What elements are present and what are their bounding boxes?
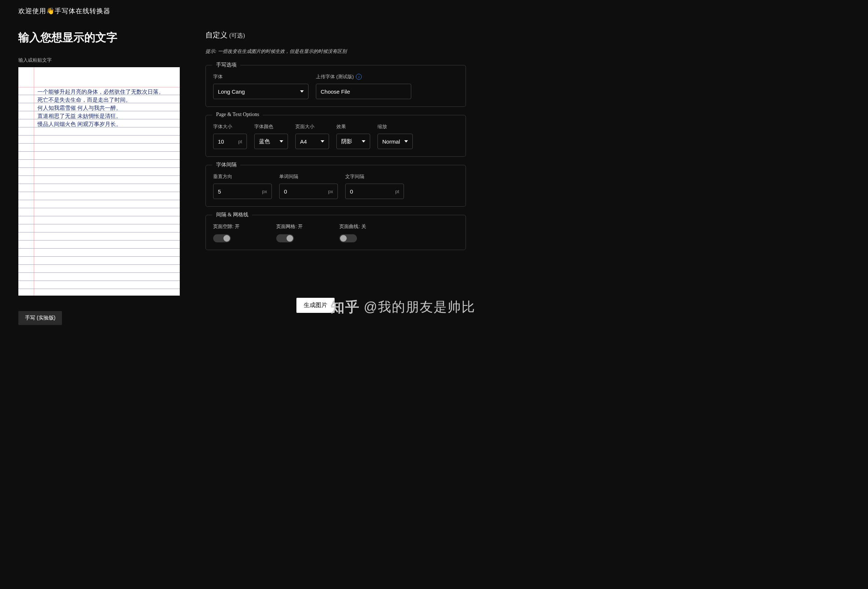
font-label: 字体: [213, 74, 309, 80]
zoom-select[interactable]: Normal: [378, 134, 413, 149]
chevron-down-icon: [404, 140, 408, 142]
word-spacing-label: 单词间隔: [279, 173, 338, 180]
grid-toggle-label: 页面网格: 开: [276, 223, 303, 230]
curve-toggle-label: 页面曲线: 关: [340, 223, 366, 230]
pagesize-select[interactable]: A4: [295, 134, 329, 149]
fieldset-legend: 手写选项: [213, 62, 240, 68]
effect-label: 效果: [337, 123, 370, 130]
char-spacing-input[interactable]: 0 pt: [345, 184, 404, 199]
page-text-options-fieldset: Page & Text Options 字体大小 10 pt 字体颜色 蓝色: [205, 115, 466, 157]
fontsize-label: 字体大小: [213, 123, 247, 130]
curve-toggle[interactable]: [340, 234, 357, 242]
chevron-down-icon: [279, 140, 283, 142]
info-icon[interactable]: i: [356, 74, 362, 80]
fontcolor-label: 字体颜色: [254, 123, 288, 130]
grid-fieldset: 间隔 & 网格线 页面空隙: 开 页面网格: 开 页面曲线: 关: [205, 215, 466, 250]
vertical-spacing-label: 垂直方向: [213, 173, 272, 180]
fontsize-input[interactable]: 10 pt: [213, 134, 247, 149]
margin-toggle-label: 页面空隙: 开: [213, 223, 239, 230]
input-section-title: 输入您想显示的文字: [18, 30, 187, 45]
customize-title: 自定义 (可选): [205, 30, 466, 40]
chevron-down-icon: [362, 140, 365, 142]
vertical-spacing-input[interactable]: 5 px: [213, 184, 272, 199]
handwrite-options-fieldset: 手写选项 字体 Long Cang 上传字体 (测试版) i Choose Fi…: [205, 65, 466, 107]
preview-text: 一个能够升起月亮的身体，必然驮住了无数次日落。 死亡不是失去生命，而是走出了时间…: [37, 88, 176, 128]
handwrite-button[interactable]: 手写 (实验版): [18, 311, 62, 325]
word-spacing-input[interactable]: 0 px: [279, 184, 338, 199]
font-select[interactable]: Long Cang: [213, 84, 309, 99]
fieldset-legend: 字体间隔: [213, 161, 240, 168]
choose-file-button[interactable]: Choose File: [316, 84, 411, 99]
char-spacing-label: 文字间隔: [345, 173, 404, 180]
grid-toggle[interactable]: [276, 234, 294, 242]
fieldset-legend: 间隔 & 网格线: [213, 212, 252, 218]
generate-image-button[interactable]: 生成图片: [297, 298, 335, 313]
fontcolor-select[interactable]: 蓝色: [254, 134, 288, 149]
preview-paper[interactable]: 一个能够升起月亮的身体，必然驮住了无数次日落。 死亡不是失去生命，而是走出了时间…: [18, 67, 180, 296]
zoom-label: 缩放: [378, 123, 413, 130]
effect-select[interactable]: 阴影: [337, 134, 370, 149]
input-label: 输入或粘贴文字: [18, 57, 187, 64]
pagesize-label: 页面大小: [295, 123, 329, 130]
app-header: 欢迎使用👋手写体在线转换器: [0, 0, 484, 15]
hint-text: 提示: 一些改变在生成图片的时候生效，但是在显示的时候没有区别: [205, 48, 466, 55]
margin-toggle[interactable]: [213, 234, 231, 242]
spacing-fieldset: 字体间隔 垂直方向 5 px 单词间隔 0 px 文: [205, 165, 466, 207]
fieldset-legend: Page & Text Options: [213, 112, 263, 117]
chevron-down-icon: [300, 90, 304, 93]
chevron-down-icon: [320, 140, 324, 142]
upload-font-label: 上传字体 (测试版) i: [316, 74, 411, 80]
